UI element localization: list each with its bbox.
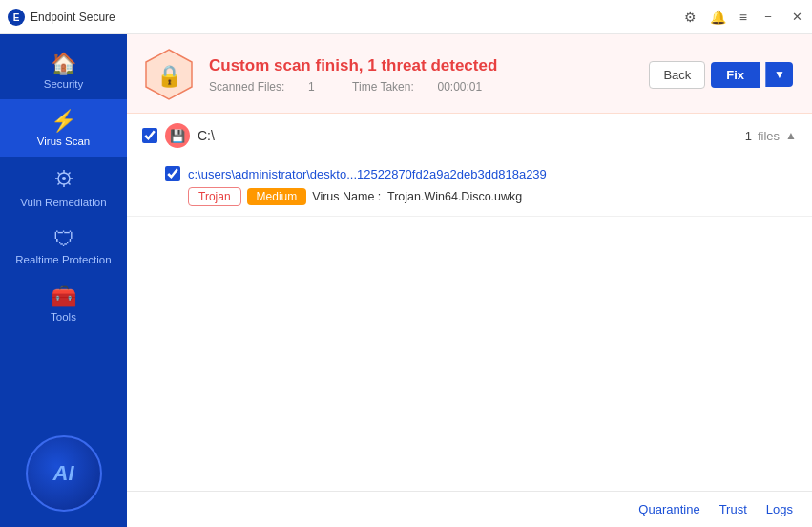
sidebar-label-vuln-remediation: Vuln Remediation <box>20 197 106 208</box>
drive-checkbox[interactable] <box>142 128 157 143</box>
file-checkbox[interactable] <box>165 166 180 181</box>
titlebar-controls: ⚙ 🔔 ≡ − ✕ <box>684 10 804 25</box>
settings-icon[interactable]: ⚙ <box>684 10 697 25</box>
alert-subtitle: Scanned Files: 1 Time Taken: 00:00:01 <box>209 80 635 94</box>
lightning-icon: ⚡ <box>51 111 76 132</box>
file-tags: Trojan Medium Virus Name : Trojan.Win64.… <box>165 187 797 206</box>
file-row-top: c:\users\administrator\deskto...12522870… <box>165 166 797 181</box>
svg-line-8 <box>57 173 59 175</box>
sidebar: 🏠 Security ⚡ Virus Scan <box>0 34 127 527</box>
drive-icon: 💾 <box>170 129 185 143</box>
trust-link[interactable]: Trust <box>719 502 747 516</box>
bell-icon[interactable]: 🔔 <box>710 10 726 25</box>
drive-count: 1 files ▲ <box>745 129 797 143</box>
scan-results: 💾 C:\ 1 files ▲ c:\users\administrator\d… <box>127 114 812 491</box>
collapse-arrow[interactable]: ▲ <box>785 129 797 142</box>
sidebar-label-realtime-protection: Realtime Protection <box>15 254 111 265</box>
fix-button[interactable]: Fix <box>711 62 760 88</box>
time-taken-label: Time Taken: 00:00:01 <box>352 80 499 94</box>
files-label: files <box>758 129 780 143</box>
content-area: 🔒 Custom scan finish, 1 threat detected … <box>127 34 812 527</box>
alert-banner: 🔒 Custom scan finish, 1 threat detected … <box>127 34 812 114</box>
time-taken-value: 00:00:01 <box>437 80 482 94</box>
alert-text: Custom scan finish, 1 threat detected Sc… <box>209 55 635 94</box>
quarantine-link[interactable]: Quarantine <box>638 502 699 516</box>
fix-dropdown-button[interactable]: ▼ <box>765 62 793 87</box>
titlebar-left: E Endpoint Secure <box>8 9 115 26</box>
sidebar-item-tools[interactable]: 🧰 Tools <box>0 275 127 332</box>
sidebar-label-tools: Tools <box>51 311 76 323</box>
main-layout: 🏠 Security ⚡ Virus Scan <box>0 34 812 527</box>
app-logo: E <box>8 9 25 26</box>
file-path: c:\users\administrator\deskto...12522870… <box>188 167 547 181</box>
svg-text:🔒: 🔒 <box>156 63 183 89</box>
close-button[interactable]: ✕ <box>789 10 804 24</box>
svg-point-3 <box>62 177 66 180</box>
menu-icon[interactable]: ≡ <box>739 10 747 25</box>
alert-title: Custom scan finish, 1 threat detected <box>209 55 635 76</box>
svg-line-11 <box>57 183 59 185</box>
hex-icon: 🔒 <box>142 48 196 101</box>
bottom-bar: Quarantine Trust Logs <box>127 491 812 527</box>
back-button[interactable]: Back <box>649 61 705 89</box>
bug-icon <box>53 168 74 193</box>
minimize-button[interactable]: − <box>760 10 776 24</box>
drive-row: 💾 C:\ 1 files ▲ <box>127 114 812 158</box>
alert-actions: Back Fix ▼ <box>649 61 793 89</box>
scanned-files-value: 1 <box>308 80 315 94</box>
app-title: Endpoint Secure <box>31 11 115 24</box>
svg-line-10 <box>68 173 70 175</box>
scanned-files-label: Scanned Files: 1 <box>209 80 335 94</box>
sidebar-item-realtime-protection[interactable]: 🛡 Realtime Protection <box>0 218 127 275</box>
tag-medium: Medium <box>247 188 307 205</box>
logs-link[interactable]: Logs <box>766 502 793 516</box>
ai-widget[interactable]: AI <box>26 435 102 512</box>
drive-label: C:\ <box>198 128 215 143</box>
home-icon: 🏠 <box>51 53 76 74</box>
sidebar-label-virus-scan: Virus Scan <box>37 136 90 147</box>
alert-icon-wrap: 🔒 <box>142 48 196 101</box>
svg-text:E: E <box>13 12 20 23</box>
sidebar-item-vuln-remediation[interactable]: Vuln Remediation <box>0 157 127 218</box>
svg-line-9 <box>68 183 70 185</box>
ai-label: AI <box>53 461 74 486</box>
titlebar: E Endpoint Secure ⚙ 🔔 ≡ − ✕ <box>0 0 812 34</box>
shield-icon: 🛡 <box>53 229 74 250</box>
tag-trojan: Trojan <box>188 187 241 206</box>
virus-name: Virus Name : Trojan.Win64.Disco.uwkg <box>312 190 522 203</box>
threat-file-row: c:\users\administrator\deskto...12522870… <box>127 158 812 217</box>
sidebar-item-virus-scan[interactable]: ⚡ Virus Scan <box>0 99 127 157</box>
sidebar-item-security[interactable]: 🏠 Security <box>0 42 127 99</box>
tools-icon: 🧰 <box>51 286 76 307</box>
sidebar-label-security: Security <box>44 78 84 90</box>
drive-icon-wrap: 💾 <box>165 123 190 148</box>
drive-file-count: 1 <box>745 129 752 143</box>
